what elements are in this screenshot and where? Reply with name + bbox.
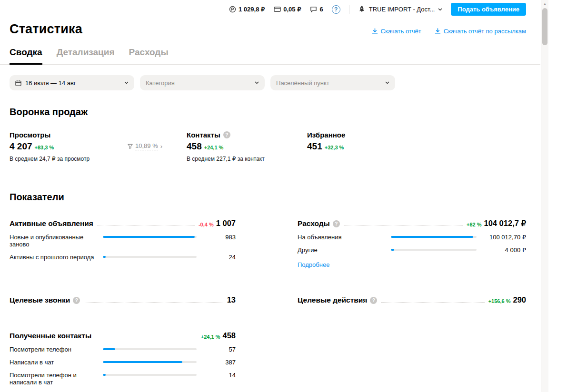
vertical-scrollbar[interactable]: ▲	[541, 0, 548, 392]
conversion-link[interactable]: 10,89 % ›	[128, 142, 187, 150]
tab-summary[interactable]: Сводка	[10, 47, 42, 65]
received-contacts-value: 458	[222, 331, 236, 340]
wallet-icon	[229, 6, 236, 13]
favorites-delta: +32,3 %	[325, 145, 344, 150]
row-label: Посмотрели телефон и написали в чат	[10, 372, 103, 386]
location-filter[interactable]: Населённый пункт	[270, 75, 395, 90]
progress-bar	[103, 361, 197, 363]
expenses-details-link[interactable]: Подробнее	[298, 261, 329, 268]
download-mailing-report-link[interactable]: Скачать отчёт по рассылкам	[435, 28, 526, 35]
favorites-value: 451	[307, 141, 322, 152]
category-filter[interactable]: Категория	[140, 75, 265, 90]
messages-count: 6	[319, 6, 323, 13]
contacts-label: Контакты ?	[187, 131, 307, 139]
dotted-leader	[344, 225, 463, 226]
category-placeholder: Категория	[146, 79, 175, 87]
account-name: TRUE IMPORT - Дост...	[369, 6, 435, 13]
bonus-balance[interactable]: 0,05 ₽	[273, 6, 301, 13]
chevron-down-icon	[385, 81, 389, 84]
row-label: Другие	[298, 246, 391, 254]
scroll-up-button[interactable]: ▲	[541, 0, 548, 8]
dotted-leader	[84, 302, 223, 303]
wallet-balance-value: 1 029,8 ₽	[239, 6, 265, 13]
metric-card-target-actions: Целевые действия ? +156,6 % 290	[298, 295, 526, 304]
question-icon[interactable]: ?	[223, 131, 230, 138]
tabs-bar: Сводка Детализация Расходы	[0, 47, 540, 65]
statistics-page: 1 029,8 ₽ 0,05 ₽ 6 ?	[0, 0, 540, 392]
download-links: Скачать отчёт Скачать отчёт по рассылкам	[372, 28, 526, 37]
account-switcher[interactable]: TRUE IMPORT - Дост...	[358, 6, 443, 13]
funnel-section-title: Воронка продаж	[0, 107, 540, 118]
metric-row: Активны с прошлого периода 24	[10, 254, 236, 261]
contacts-delta: +24,1 %	[204, 145, 224, 150]
expenses-value: 104 012,7 ₽	[484, 219, 527, 228]
received-contacts-title: Полученные контакты	[10, 332, 91, 340]
row-value: 100 012,70 ₽	[477, 234, 526, 241]
progress-bar	[103, 348, 197, 350]
wallet-balance[interactable]: 1 029,8 ₽	[229, 6, 265, 13]
target-calls-value: 13	[227, 295, 236, 304]
metric-row: Новые и опубликованные заново 983	[10, 234, 236, 248]
target-actions-title-text: Целевые действия	[298, 296, 367, 304]
topbar-divider	[349, 5, 349, 14]
row-value: 983	[197, 234, 236, 241]
chevron-down-icon	[255, 81, 259, 84]
dotted-leader	[95, 338, 197, 338]
progress-bar	[103, 256, 197, 258]
funnel-contacts: Контакты ? 458 +24,1 % В среднем 227,1 ₽…	[187, 131, 307, 162]
received-contacts-delta: +24,1 %	[201, 334, 220, 340]
metric-row: Посмотрели телефон 57	[10, 346, 236, 353]
row-label: На объявления	[298, 234, 391, 241]
active-ads-value: 1 007	[216, 219, 236, 228]
contacts-value: 458	[187, 141, 202, 152]
metric-card-expenses: Расходы ? +82 % 104 012,7 ₽ На объявлени…	[298, 219, 526, 269]
download-icon	[435, 28, 441, 34]
date-range-filter[interactable]: 16 июля — 14 авг	[10, 75, 134, 90]
row-value: 57	[197, 346, 236, 353]
card-icon	[273, 6, 281, 13]
empty-cell	[298, 331, 526, 386]
question-icon[interactable]: ?	[73, 297, 80, 304]
metrics-grid: Активные объявления -0,4 % 1 007 Новые и…	[0, 219, 540, 386]
funnel-views: Просмотры 4 207 +83,3 % В среднем 24,7 ₽…	[10, 131, 128, 162]
favorites-label: Избранное	[307, 131, 345, 139]
post-ad-button[interactable]: Подать объявление	[451, 3, 526, 16]
scrollbar-thumb[interactable]	[542, 8, 547, 45]
progress-bar	[103, 374, 197, 376]
question-icon[interactable]: ?	[333, 220, 340, 227]
funnel-conversion: 10,89 % ›	[128, 131, 187, 162]
progress-bar	[391, 249, 477, 251]
row-value: 4 000 ₽	[477, 246, 526, 254]
active-ads-delta: -0,4 %	[199, 222, 214, 227]
row-value: 24	[197, 254, 236, 261]
active-ads-title: Активные объявления	[10, 219, 93, 228]
expenses-title-text: Расходы	[298, 219, 330, 228]
row-value: 387	[197, 359, 236, 366]
metric-card-target-calls: Целевые звонки ? 13	[10, 295, 236, 304]
target-calls-title-text: Целевые звонки	[10, 296, 70, 304]
target-actions-value: 290	[513, 295, 526, 304]
messages-indicator[interactable]: 6	[309, 6, 323, 13]
views-value: 4 207	[10, 141, 32, 152]
row-label: Посмотрели телефон	[10, 346, 103, 353]
download-report-label: Скачать отчёт	[381, 28, 421, 35]
download-report-link[interactable]: Скачать отчёт	[372, 28, 421, 35]
page-title: Статистика	[10, 22, 82, 37]
expenses-title: Расходы ?	[298, 219, 340, 228]
contacts-label-text: Контакты	[187, 131, 220, 139]
question-icon[interactable]: ?	[370, 297, 377, 304]
rocket-icon	[358, 6, 366, 13]
metrics-section-title: Показатели	[0, 192, 540, 203]
chevron-down-icon	[124, 81, 129, 84]
funnel-row: Просмотры 4 207 +83,3 % В среднем 24,7 ₽…	[0, 131, 540, 162]
page-header: Статистика Скачать отчёт Скачать отчёт п…	[0, 17, 540, 37]
row-label: Активны с прошлого периода	[10, 254, 103, 261]
tab-details[interactable]: Детализация	[57, 47, 115, 65]
funnel-favorites: Избранное 451 +32,3 %	[307, 131, 345, 162]
views-delta: +83,3 %	[35, 145, 54, 150]
help-icon[interactable]: ?	[332, 5, 340, 14]
metric-card-received-contacts: Полученные контакты +24,1 % 458 Посмотре…	[10, 331, 236, 386]
metric-row: Другие 4 000 ₽	[298, 246, 526, 254]
download-mailing-report-label: Скачать отчёт по рассылкам	[444, 28, 526, 35]
tab-expenses[interactable]: Расходы	[129, 47, 169, 65]
